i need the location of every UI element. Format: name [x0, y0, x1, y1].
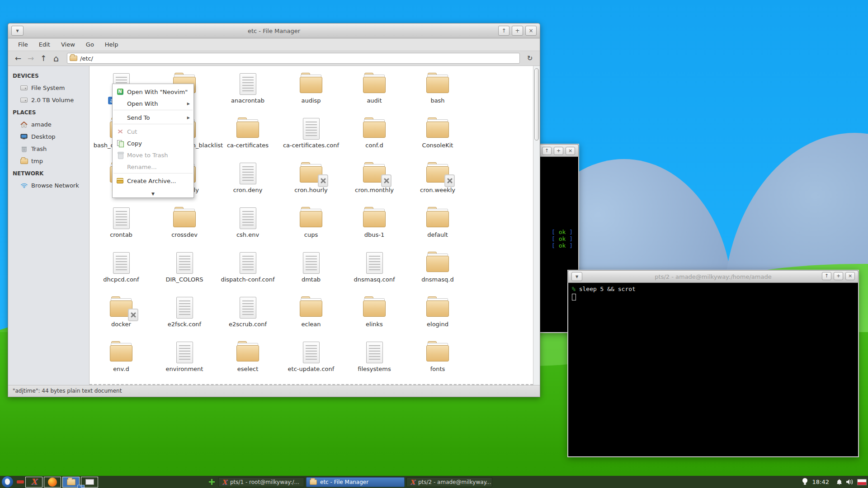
- forward-icon[interactable]: →: [24, 52, 37, 64]
- path-input[interactable]: /etc/: [67, 53, 520, 64]
- file-label: cron.hourly: [292, 186, 330, 194]
- file-item-dhcpcd.conf[interactable]: dhcpcd.conf: [90, 251, 153, 296]
- file-item-eselect[interactable]: eselect: [216, 341, 279, 385]
- terminal-content[interactable]: % sleep 5 && scrot: [568, 282, 858, 303]
- file-item-cron.hourly[interactable]: cron.hourly: [279, 162, 343, 206]
- menu-edit[interactable]: Edit: [33, 39, 56, 50]
- keyboard-layout-flag-icon[interactable]: [857, 479, 867, 485]
- file-item-elinks[interactable]: elinks: [343, 296, 406, 341]
- menu-item-open-with-neovim[interactable]: NOpen With "Neovim": [113, 86, 193, 98]
- shade-button[interactable]: ↑: [542, 147, 552, 155]
- volume-icon[interactable]: [846, 479, 854, 485]
- command-text: sleep 5 && scrot: [579, 286, 636, 292]
- launcher-mail[interactable]: [81, 477, 98, 488]
- task-button-label: pts/2 - amade@milkyway...: [418, 479, 491, 485]
- file-item-anacrontab[interactable]: anacrontab: [216, 72, 279, 117]
- up-icon[interactable]: ↑: [37, 52, 50, 64]
- sidebar-item-tmp[interactable]: tmp: [8, 155, 89, 167]
- file-item-e2fsck.conf[interactable]: e2fsck.conf: [153, 296, 216, 341]
- menu-item-open-with[interactable]: Open With▶: [113, 98, 193, 109]
- maximize-button[interactable]: +: [554, 147, 563, 155]
- terminal-window-front[interactable]: ▼ pts/2 - amade@milkyway:/home/amade ↑ +…: [567, 270, 859, 457]
- menu-item-rename[interactable]: Rename...: [113, 161, 193, 173]
- notifications-bell-icon[interactable]: [836, 479, 843, 486]
- file-item-csh.env[interactable]: csh.env: [216, 206, 279, 251]
- file-item-filesystems[interactable]: filesystems: [343, 341, 406, 385]
- task-button-active[interactable]: etc - File Manager: [306, 477, 405, 487]
- file-item-fonts[interactable]: fonts: [406, 341, 469, 385]
- menu-help[interactable]: Help: [99, 39, 124, 50]
- file-item-ca-certificates[interactable]: ca-certificates: [216, 117, 279, 162]
- maximize-button[interactable]: +: [512, 26, 523, 36]
- file-item-elogind[interactable]: elogind: [406, 296, 469, 341]
- file-item-dnsmasq.conf[interactable]: dnsmasq.conf: [343, 251, 406, 296]
- file-item-bash[interactable]: bash: [406, 72, 469, 117]
- menu-item-cut[interactable]: Cut: [113, 126, 193, 137]
- sidebar-item-desktop[interactable]: Desktop: [8, 131, 89, 143]
- file-item-eclean[interactable]: eclean: [279, 296, 343, 341]
- close-button[interactable]: ×: [566, 147, 575, 155]
- file-item-cron.weekly[interactable]: cron.weekly: [406, 162, 469, 206]
- file-item-docker[interactable]: docker: [90, 296, 153, 341]
- launcher-xterm[interactable]: X: [25, 477, 42, 488]
- shade-button[interactable]: ↑: [498, 26, 509, 36]
- file-item-environment[interactable]: environment: [153, 341, 216, 385]
- launcher-firefox[interactable]: [44, 477, 61, 488]
- sidebar-item-2-0-tb-volume[interactable]: 2.0 TB Volume: [8, 94, 89, 106]
- file-item-cups[interactable]: cups: [279, 206, 343, 251]
- file-item-DIR_COLORS[interactable]: DIR_COLORS: [153, 251, 216, 296]
- sidebar-item-trash[interactable]: Trash: [8, 143, 89, 155]
- file-item-dispatch-conf.conf[interactable]: dispatch-conf.conf: [216, 251, 279, 296]
- file-item-conf.d[interactable]: conf.d: [343, 117, 406, 162]
- file-label: eclean: [300, 320, 323, 328]
- file-item-cron.deny[interactable]: cron.deny: [216, 162, 279, 206]
- shade-button[interactable]: ↑: [822, 272, 831, 280]
- task-button-inactive[interactable]: Xpts/2 - amade@milkyway...: [406, 477, 492, 487]
- sidebar-item-file-system[interactable]: File System: [8, 82, 89, 94]
- file-item-env.d[interactable]: env.d: [90, 341, 153, 385]
- sidebar-item-browse-network[interactable]: Browse Network: [8, 179, 89, 192]
- file-item-ConsoleKit[interactable]: ConsoleKit: [406, 117, 469, 162]
- back-icon[interactable]: ←: [12, 52, 24, 64]
- close-button[interactable]: ×: [525, 26, 537, 36]
- menu-item-send-to[interactable]: Send To▶: [113, 112, 193, 123]
- home-icon[interactable]: ⌂: [50, 52, 62, 64]
- scrollbar-thumb[interactable]: [534, 68, 539, 141]
- maximize-button[interactable]: +: [834, 272, 843, 280]
- file-item-crossdev[interactable]: crossdev: [153, 206, 216, 251]
- sidebar-item-amade[interactable]: amade: [8, 118, 89, 131]
- launcher-file-manager[interactable]: [62, 477, 80, 488]
- applications-menu-icon[interactable]: [2, 476, 13, 488]
- menu-item-create-archive[interactable]: Create Archive...: [113, 175, 193, 187]
- task-button-inactive[interactable]: Xpts/1 - root@milkyway:/...: [218, 477, 304, 487]
- file-item-e2scrub.conf[interactable]: e2scrub.conf: [216, 296, 279, 341]
- scrollbar[interactable]: [533, 66, 540, 385]
- x-emblem-icon: [128, 309, 138, 321]
- menu-go[interactable]: Go: [80, 39, 99, 50]
- file-item-etc-update.conf[interactable]: etc-update.conf: [279, 341, 343, 385]
- reload-icon[interactable]: ↻: [524, 52, 536, 64]
- add-icon[interactable]: [209, 479, 215, 485]
- file-item-crontab[interactable]: crontab: [90, 206, 153, 251]
- file-item-ca-certificates.conf[interactable]: ca-certificates.conf: [279, 117, 343, 162]
- show-desktop-icon[interactable]: [17, 480, 24, 483]
- archive-icon: [116, 177, 124, 184]
- file-item-cron.monthly[interactable]: cron.monthly: [343, 162, 406, 206]
- menu-file[interactable]: File: [13, 39, 33, 50]
- file-item-default[interactable]: default: [406, 206, 469, 251]
- file-manager-window[interactable]: ▼ etc - File Manager ↑ + × FileEditViewG…: [8, 23, 540, 397]
- menu-item-move-to-trash[interactable]: Move to Trash: [113, 149, 193, 161]
- menu-item-copy[interactable]: Copy: [113, 137, 193, 149]
- file-label: csh.env: [235, 231, 261, 239]
- file-item-audit[interactable]: audit: [343, 72, 406, 117]
- lightbulb-icon[interactable]: [802, 478, 808, 486]
- fm-titlebar[interactable]: ▼ etc - File Manager ↑ + ×: [8, 23, 540, 38]
- file-item-dbus-1[interactable]: dbus-1: [343, 206, 406, 251]
- file-item-dnsmasq.d[interactable]: dnsmasq.d: [406, 251, 469, 296]
- terminal-front-titlebar[interactable]: ▼ pts/2 - amade@milkyway:/home/amade ↑ +…: [568, 270, 859, 283]
- menu-view[interactable]: View: [56, 39, 80, 50]
- close-button[interactable]: ×: [845, 272, 855, 280]
- menu-scroll-down-icon[interactable]: ▼: [113, 191, 193, 197]
- file-item-audisp[interactable]: audisp: [279, 72, 343, 117]
- file-item-dmtab[interactable]: dmtab: [279, 251, 343, 296]
